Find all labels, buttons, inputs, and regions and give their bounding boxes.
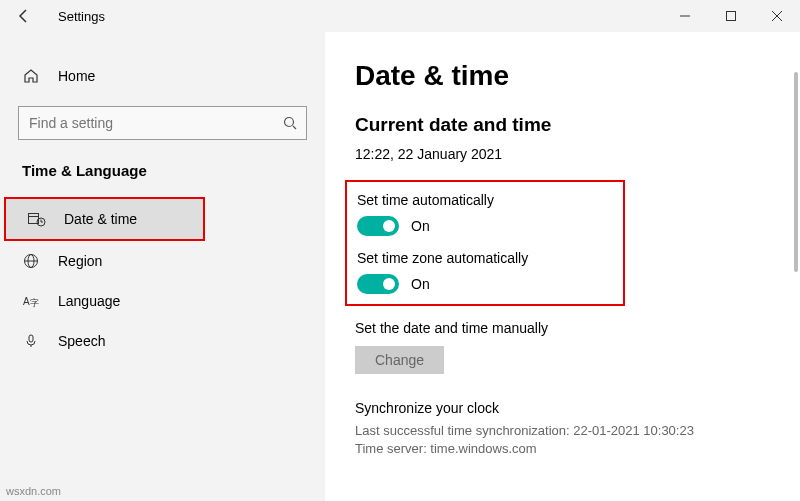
globe-icon: [22, 253, 40, 269]
titlebar: Settings: [0, 0, 800, 32]
clock-calendar-icon: [28, 211, 46, 227]
arrow-left-icon: [16, 8, 32, 24]
nav-item-label: Speech: [58, 333, 105, 349]
section-current-datetime: Current date and time: [355, 114, 780, 136]
set-time-auto-block: Set time automatically On: [357, 192, 563, 236]
sync-server: Time server: time.windows.com: [355, 440, 780, 458]
page-title: Date & time: [355, 60, 780, 92]
home-nav[interactable]: Home: [0, 56, 325, 96]
svg-point-2: [285, 118, 294, 127]
nav-item-date-time[interactable]: Date & time: [6, 199, 203, 239]
svg-rect-14: [29, 335, 33, 342]
nav-item-speech[interactable]: Speech: [0, 321, 325, 361]
home-label: Home: [58, 68, 95, 84]
search-icon: [283, 116, 297, 130]
home-icon: [22, 68, 40, 84]
category-header: Time & Language: [0, 154, 325, 197]
content-area: Home Time & Language Date & time Region: [0, 32, 800, 501]
nav-item-label: Date & time: [64, 211, 137, 227]
sync-clock-heading: Synchronize your clock: [355, 400, 780, 416]
nav-item-label: Region: [58, 253, 102, 269]
manual-datetime-label: Set the date and time manually: [355, 320, 780, 336]
search-container: [18, 106, 307, 140]
sync-last-success: Last successful time synchronization: 22…: [355, 422, 780, 440]
svg-rect-1: [727, 12, 736, 21]
search-input[interactable]: [18, 106, 307, 140]
set-time-auto-toggle[interactable]: [357, 216, 399, 236]
window-title: Settings: [58, 9, 105, 24]
set-time-auto-state: On: [411, 218, 430, 234]
set-zone-auto-toggle[interactable]: [357, 274, 399, 294]
language-icon: A字: [22, 293, 40, 309]
minimize-icon: [680, 11, 690, 21]
nav-item-language[interactable]: A字 Language: [0, 281, 325, 321]
current-datetime-value: 12:22, 22 January 2021: [355, 146, 780, 162]
set-time-auto-label: Set time automatically: [357, 192, 563, 208]
nav-item-region[interactable]: Region: [0, 241, 325, 281]
nav-item-label: Language: [58, 293, 120, 309]
sidebar: Home Time & Language Date & time Region: [0, 32, 325, 501]
set-zone-auto-label: Set time zone automatically: [357, 250, 563, 266]
watermark: wsxdn.com: [6, 485, 61, 497]
close-button[interactable]: [754, 0, 800, 32]
svg-text:字: 字: [30, 298, 39, 308]
minimize-button[interactable]: [662, 0, 708, 32]
annotation-highlight-toggles: Set time automatically On Set time zone …: [345, 180, 625, 306]
main-panel: Date & time Current date and time 12:22,…: [325, 32, 800, 501]
scrollbar-thumb[interactable]: [794, 72, 798, 272]
svg-line-3: [293, 126, 296, 129]
set-zone-auto-state: On: [411, 276, 430, 292]
set-zone-auto-block: Set time zone automatically On: [357, 250, 563, 294]
back-button[interactable]: [8, 0, 40, 32]
maximize-icon: [726, 11, 736, 21]
svg-text:A: A: [23, 296, 30, 307]
change-button[interactable]: Change: [355, 346, 444, 374]
maximize-button[interactable]: [708, 0, 754, 32]
window-controls: [662, 0, 800, 32]
microphone-icon: [22, 333, 40, 349]
annotation-highlight-sidebar: Date & time: [4, 197, 205, 241]
close-icon: [772, 11, 782, 21]
